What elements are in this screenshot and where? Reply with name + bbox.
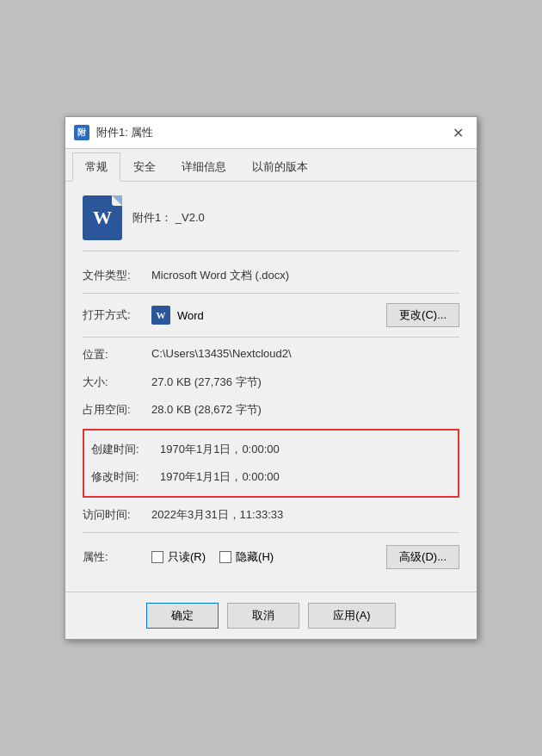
modified-row: 修改时间: 1970年1月1日，0:00:00 xyxy=(91,463,451,491)
file-type-value: Microsoft Word 文档 (.docx) xyxy=(151,268,459,283)
apply-button[interactable]: 应用(A) xyxy=(308,603,395,629)
readonly-checkbox[interactable]: 只读(R) xyxy=(151,549,206,565)
file-name: 附件1： _V2.0 xyxy=(132,210,459,226)
open-with-row: 打开方式: W Word 更改(C)... xyxy=(83,297,459,333)
tab-content: W 附件1： _V2.0 文件类型: Microsoft Word 文档 (.d… xyxy=(65,182,477,592)
title-bar: 附 附件1: 属性 ✕ xyxy=(65,117,477,149)
accessed-row: 访问时间: 2022年3月31日，11:33:33 xyxy=(83,501,459,529)
tab-bar: 常规 安全 详细信息 以前的版本 xyxy=(65,149,477,182)
size-label: 大小: xyxy=(83,375,151,390)
dialog-footer: 确定 取消 应用(A) xyxy=(65,592,477,639)
timestamps-highlighted: 创建时间: 1970年1月1日，0:00:00 修改时间: 1970年1月1日，… xyxy=(83,429,459,498)
properties-dialog: 附 附件1: 属性 ✕ 常规 安全 详细信息 以前的版本 W 附件1： _V2.… xyxy=(65,116,477,640)
accessed-value: 2022年3月31日，11:33:33 xyxy=(151,507,459,523)
close-button[interactable]: ✕ xyxy=(447,122,468,143)
attrs-controls: 只读(R) 隐藏(H) 高级(D)... xyxy=(151,545,459,569)
disk-size-value: 28.0 KB (28,672 字节) xyxy=(151,402,459,418)
hidden-label: 隐藏(H) xyxy=(236,549,274,565)
created-label: 创建时间: xyxy=(91,442,160,457)
separator-1 xyxy=(83,293,459,294)
size-value: 27.0 KB (27,736 字节) xyxy=(151,375,459,390)
size-row: 大小: 27.0 KB (27,736 字节) xyxy=(83,369,459,396)
dialog-title: 附件1: 属性 xyxy=(96,125,153,140)
open-with-label: 打开方式: xyxy=(83,307,151,323)
tab-security[interactable]: 安全 xyxy=(120,152,169,181)
modified-label: 修改时间: xyxy=(91,469,160,485)
readonly-label: 只读(R) xyxy=(168,549,206,565)
hidden-checkbox-box[interactable] xyxy=(219,551,231,563)
change-button[interactable]: 更改(C)... xyxy=(386,303,459,327)
cancel-button[interactable]: 取消 xyxy=(227,603,299,629)
readonly-checkbox-box[interactable] xyxy=(151,551,163,563)
modified-value: 1970年1月1日，0:00:00 xyxy=(160,469,451,485)
tab-details[interactable]: 详细信息 xyxy=(169,152,239,181)
tab-general[interactable]: 常规 xyxy=(72,152,120,182)
file-header: W 附件1： _V2.0 xyxy=(83,195,459,251)
location-label: 位置: xyxy=(83,347,151,363)
title-bar-left: 附 附件1: 属性 xyxy=(74,125,153,140)
attrs-label: 属性: xyxy=(83,549,151,565)
dialog-icon: 附 xyxy=(74,125,89,140)
location-row: 位置: C:\Users\13435\Nextcloud2\ xyxy=(83,341,459,369)
word-letter: W xyxy=(93,207,112,229)
separator-3 xyxy=(83,532,459,533)
disk-size-label: 占用空间: xyxy=(83,402,151,418)
file-type-label: 文件类型: xyxy=(83,268,151,283)
location-value: C:\Users\13435\Nextcloud2\ xyxy=(151,347,459,360)
created-row: 创建时间: 1970年1月1日，0:00:00 xyxy=(91,436,451,463)
word-app-icon: W xyxy=(151,306,170,325)
ok-button[interactable]: 确定 xyxy=(146,603,219,629)
attributes-row: 属性: 只读(R) 隐藏(H) 高级(D)... xyxy=(83,536,459,578)
file-icon: W xyxy=(83,195,122,240)
open-with-content: W Word 更改(C)... xyxy=(151,303,459,327)
file-type-row: 文件类型: Microsoft Word 文档 (.docx) xyxy=(83,262,459,289)
disk-size-row: 占用空间: 28.0 KB (28,672 字节) xyxy=(83,396,459,424)
created-value: 1970年1月1日，0:00:00 xyxy=(160,442,451,457)
tab-previous-versions[interactable]: 以前的版本 xyxy=(239,152,321,181)
accessed-label: 访问时间: xyxy=(83,507,151,523)
hidden-checkbox[interactable]: 隐藏(H) xyxy=(219,549,274,565)
separator-2 xyxy=(83,337,459,338)
open-with-value: Word xyxy=(177,309,204,322)
advanced-button[interactable]: 高级(D)... xyxy=(386,545,459,569)
